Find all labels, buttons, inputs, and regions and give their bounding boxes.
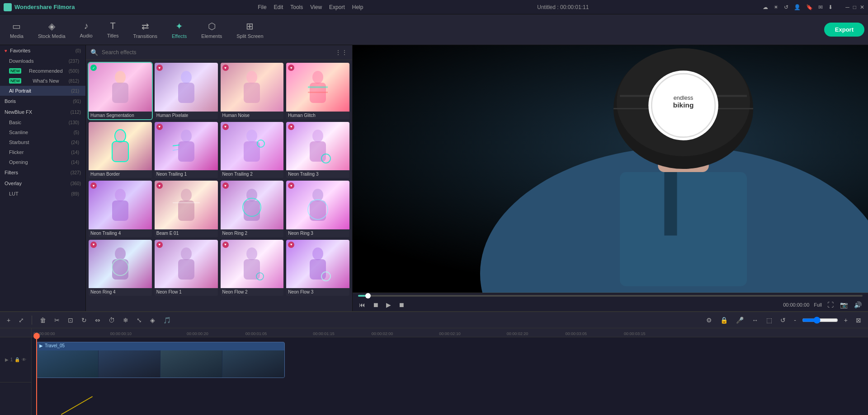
effect-neon-flow-1[interactable]: ♥ Neon Flow 1: [155, 240, 218, 296]
panel-whats-new[interactable]: NEW What's New (812): [0, 76, 85, 86]
panel-opening[interactable]: Opening (14): [0, 157, 85, 167]
scanline-count: (5): [74, 130, 79, 135]
effect-label-neon2: Neon Trailing 2: [221, 170, 284, 178]
timeline-setting-4[interactable]: ↔: [750, 315, 760, 325]
window-controls: ─ □ ✕: [845, 4, 864, 10]
starburst-count: (24): [71, 140, 79, 145]
effect-neon-flow-2[interactable]: ♥ Neon Flow 2: [221, 240, 284, 296]
timeline-rotate[interactable]: ↻: [79, 315, 89, 325]
timeline-mirror[interactable]: ⇔: [93, 315, 103, 325]
timeline-zoom-out[interactable]: -: [792, 315, 798, 325]
effect-neon-ring-2[interactable]: ♥ Neon Ring 2: [221, 181, 284, 237]
progress-knob[interactable]: [365, 293, 371, 298]
timeline-crop[interactable]: ⊡: [66, 315, 75, 325]
timeline-freeze[interactable]: ❄: [121, 315, 131, 325]
close-button[interactable]: ✕: [860, 4, 864, 10]
effect-neon-trailing-3[interactable]: ♥ Neon Trailing 3: [286, 122, 349, 178]
toolbar-titles[interactable]: T Titles: [101, 18, 125, 41]
export-button[interactable]: Export: [824, 23, 864, 37]
skip-back-button[interactable]: ⏮: [358, 300, 366, 309]
panel-lut[interactable]: LUT (89): [0, 189, 85, 199]
panel-filters[interactable]: Filters (327): [0, 167, 85, 178]
effect-human-pixelate[interactable]: ♥ Human Pixelate: [155, 63, 218, 119]
toolbar-stock-media[interactable]: ◈ Stock Media: [32, 18, 72, 42]
timeline-detach[interactable]: ⤢: [16, 315, 26, 325]
toolbar-elements[interactable]: ⬡ Elements: [195, 18, 228, 42]
menu-tools[interactable]: Tools: [290, 4, 303, 10]
effects-grid: ✓ Human Segmentation ♥ Human Pixelate: [86, 60, 352, 311]
playhead-handle[interactable]: [33, 333, 40, 339]
effect-neon-ring-4[interactable]: ♥ Neon Ring 4: [89, 240, 152, 296]
effect-neon-ring-3[interactable]: ♥ Neon Ring 3: [286, 181, 349, 237]
timeline-zoom-slider[interactable]: [802, 317, 838, 324]
timeline-undo[interactable]: ↺: [778, 315, 788, 325]
fullscreen-button[interactable]: ⛶: [826, 300, 835, 309]
track-clip-travel05[interactable]: ▶ Travel_05: [36, 342, 285, 378]
timeline-setting-2[interactable]: 🔒: [718, 315, 730, 325]
effect-neon-trailing-1[interactable]: ♥ Neon Trailing 1: [155, 122, 218, 178]
effect-neon-flow-3[interactable]: ♥ Neon Flow 3: [286, 240, 349, 296]
quality-selector[interactable]: Full: [814, 302, 822, 308]
timeline-expand[interactable]: ⤡: [134, 315, 144, 325]
panel-basic[interactable]: Basic (130): [0, 117, 85, 127]
timeline-audio[interactable]: 🎵: [161, 315, 173, 325]
timeline-fit[interactable]: ⊠: [854, 315, 863, 325]
toolbar-effects[interactable]: ✦ Effects: [165, 18, 193, 42]
panel-ai-portrait[interactable]: AI Portrait (21): [0, 86, 85, 96]
panel-flicker[interactable]: Flicker (14): [0, 147, 85, 157]
track-number: 1: [10, 357, 13, 362]
svg-text:biking: biking: [673, 101, 693, 109]
timeline-setting-5[interactable]: ⬚: [764, 315, 774, 325]
search-input[interactable]: [102, 49, 331, 56]
play-button[interactable]: ▶: [385, 300, 392, 309]
panel-recommended[interactable]: NEW Recommended (500): [0, 66, 85, 76]
effect-human-border[interactable]: Human Border: [89, 122, 152, 178]
download-icon: ⬇: [828, 4, 833, 10]
stop-button[interactable]: ⏹: [397, 300, 406, 309]
effect-human-noise[interactable]: ♥ Human Noise: [221, 63, 284, 119]
playhead[interactable]: [36, 337, 37, 415]
menu-edit[interactable]: Edit: [274, 4, 283, 10]
effect-neon-trailing-4[interactable]: ♥ Neon Trailing 4: [89, 181, 152, 237]
minimize-button[interactable]: ─: [845, 4, 849, 10]
timeline-cut[interactable]: ✂: [52, 315, 62, 325]
toolbar-media[interactable]: ▭ Media: [4, 18, 30, 42]
effect-human-glitch[interactable]: ♥ Human Glitch: [286, 63, 349, 119]
recommended-label: Recommended: [29, 68, 63, 74]
svg-rect-13: [178, 141, 194, 162]
timeline-speed[interactable]: ⏱: [106, 315, 117, 325]
menu-file[interactable]: File: [258, 4, 266, 10]
frame-back-button[interactable]: ⏹: [372, 300, 380, 309]
volume-button[interactable]: 🔊: [853, 300, 863, 309]
toolbar-split-screen[interactable]: ⊞ Split Screen: [230, 18, 269, 42]
downloads-count: (237): [69, 59, 79, 64]
panel-favorites[interactable]: ♥ Favorites (0): [0, 45, 85, 56]
timeline-add-media[interactable]: +: [5, 315, 13, 325]
effect-neon-trailing-2[interactable]: ♥ Neon Trailing 2: [221, 122, 284, 178]
screenshot-button[interactable]: 📷: [839, 300, 849, 309]
menu-view[interactable]: View: [310, 4, 322, 10]
effect-beam-e-01[interactable]: ♥ Beam E 01: [155, 181, 218, 237]
svg-point-19: [312, 130, 323, 142]
panel-overlay[interactable]: Overlay (360): [0, 178, 85, 189]
progress-bar[interactable]: [358, 295, 863, 297]
timeline-delete[interactable]: 🗑: [38, 315, 48, 325]
timeline-setting-3[interactable]: 🎤: [734, 315, 746, 325]
menu-export[interactable]: Export: [329, 4, 345, 10]
svg-rect-57: [664, 172, 677, 236]
timeline-zoom-in[interactable]: +: [842, 315, 850, 325]
grid-view-icon[interactable]: ⋮⋮: [335, 49, 348, 56]
panel-boris-fx[interactable]: Boris (91): [0, 96, 85, 107]
panel-newblue-fx[interactable]: NewBlue FX (112): [0, 107, 85, 117]
toolbar-transitions[interactable]: ⇄ Transitions: [127, 18, 164, 42]
timeline-setting-1[interactable]: ⚙: [704, 315, 714, 325]
maximize-button[interactable]: □: [853, 4, 856, 10]
panel-scanline[interactable]: Scanline (5): [0, 127, 85, 137]
toolbar-audio[interactable]: ♪ Audio: [74, 18, 99, 41]
effect-human-segmentation[interactable]: ✓ Human Segmentation: [89, 63, 152, 119]
panel-downloads[interactable]: Downloads (237): [0, 56, 85, 66]
svg-point-41: [312, 247, 323, 260]
timeline-color[interactable]: ◈: [148, 315, 157, 325]
panel-starburst[interactable]: Starburst (24): [0, 137, 85, 147]
menu-help[interactable]: Help: [352, 4, 363, 10]
